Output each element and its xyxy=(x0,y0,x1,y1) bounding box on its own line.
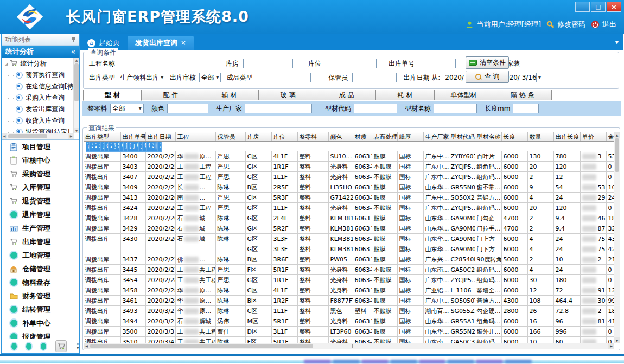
material-tab-6[interactable]: 单体型材 xyxy=(435,90,493,100)
table-row[interactable]: 调拨出库34542020/2/28工共工程严思G区1R1F整料光身料6063-T… xyxy=(84,275,614,285)
table-vertical-scrollbar[interactable]: ▲ ▼ xyxy=(614,132,620,343)
sidebar-item-2[interactable]: 采购管理 xyxy=(2,167,79,181)
material-tab-7[interactable]: 隔 热 条 xyxy=(493,90,552,100)
material-tab-2[interactable]: 辅 材 xyxy=(200,90,259,100)
warehouse-input[interactable] xyxy=(243,59,293,68)
column-header-code[interactable]: 型材代码 xyxy=(449,132,475,142)
zl-select[interactable]: 全部▼ xyxy=(110,104,144,113)
column-header-date[interactable]: 出库日期 xyxy=(145,132,175,142)
table-row[interactable]: 调拨出库34372020/2/27佛…陈琳B区3R6F整料PW056063-T5… xyxy=(84,254,614,265)
keeper-input[interactable] xyxy=(352,73,397,82)
scroll-up-icon[interactable]: ▲ xyxy=(614,132,620,138)
column-header-keeper[interactable]: 保管员 xyxy=(215,132,245,142)
column-header-mat[interactable]: 材质 xyxy=(353,132,372,142)
scroll-down-icon[interactable]: ▼ xyxy=(74,128,79,133)
tree-item-4[interactable]: 收货入库查询 xyxy=(2,115,74,126)
table-row[interactable]: 调拨出库34002020/2/25华原…严思C区4L1F整料SU10…6063-… xyxy=(84,151,614,162)
column-header-amt[interactable]: 金 xyxy=(606,132,614,142)
table-horizontal-scrollbar[interactable]: ◀ ▶ xyxy=(84,343,614,349)
table-row[interactable]: 调拨出库34292020/2/26石城陈琳G区5R2F整料KLM38176063… xyxy=(84,223,614,234)
table-row[interactable]: 调拨出库34942020/3/2石辉城汤伟M区5R1F整料光身料6063-T5贴… xyxy=(84,316,614,327)
material-tab-5[interactable]: 耗 材 xyxy=(376,90,435,100)
out-audit-select[interactable]: 全部▼ xyxy=(199,73,221,82)
table-row[interactable]: 调拨出库34612020/2/28华原…陈琳B区1R2F整料F8877FT606… xyxy=(84,296,614,306)
column-header-wh[interactable]: 库房 xyxy=(245,132,271,142)
material-tab-3[interactable]: 玻 璃 xyxy=(259,90,317,100)
table-row[interactable]: 调拨出库34582020/2/28华原…陈琳C区4L1F整料光身料6063-T5… xyxy=(84,285,614,296)
column-header-qty[interactable]: 数量 xyxy=(527,132,553,142)
table-row[interactable]: G区3L3F整料KLM38176063-T5贴膜国标山东华…GA90M09.门下… xyxy=(84,244,614,254)
material-tab-0[interactable]: 型 材 xyxy=(83,90,142,101)
scroll-left-icon[interactable]: ◀ xyxy=(84,343,90,349)
scroll-right-icon[interactable]: ▶ xyxy=(68,133,74,139)
scroll-right-icon[interactable]: ▶ xyxy=(608,343,614,349)
tree-vertical-scrollbar[interactable]: ▲ ▼ xyxy=(73,58,79,133)
sidebar-item-5[interactable]: 退库管理 xyxy=(2,208,79,221)
column-header-zl[interactable]: 整零料 xyxy=(297,132,328,142)
tree-item-3[interactable]: 发货出库查询 xyxy=(2,104,74,115)
column-header-no[interactable]: 出库单号 xyxy=(120,132,145,142)
logout-button[interactable]: 退出 xyxy=(591,20,616,29)
length-input[interactable] xyxy=(513,104,539,113)
column-header-len[interactable]: 长度 xyxy=(501,132,527,142)
circle-icon[interactable] xyxy=(41,343,46,350)
tree-item-2[interactable]: 采购入库查询 xyxy=(2,92,74,104)
search-button[interactable]: 查 询 xyxy=(466,71,509,83)
table-row[interactable]: 调拨出库34072020/2/25工工程严思G区1L1F整料光身料6063-T5… xyxy=(84,172,614,182)
material-tab-4[interactable]: 成 品 xyxy=(317,90,376,100)
table-row[interactable]: 调拨出库34282020/2/26石城陈琳G区2L4F整料KLM38176063… xyxy=(84,213,614,223)
sidebar-item-12[interactable]: 结转管理 xyxy=(2,303,79,316)
sidebar-item-9[interactable]: 仓储管理 xyxy=(2,262,79,276)
profile-name-input[interactable] xyxy=(434,104,477,113)
sidebar-item-10[interactable]: 物料盘存 xyxy=(2,276,79,289)
column-header-surf[interactable]: 表面处理 xyxy=(372,132,397,142)
circle-icon[interactable] xyxy=(11,343,17,350)
column-header-loc[interactable]: 库位 xyxy=(271,132,297,142)
close-button[interactable]: × xyxy=(607,2,621,12)
maximize-button[interactable]: □ xyxy=(591,2,606,12)
tree-expander-icon[interactable]: ◢ xyxy=(5,62,8,66)
table-row[interactable]: 调拨出库35002020/3/3工共工程曹佳D区3L1F整料LT3P606063… xyxy=(84,327,614,337)
pin-icon[interactable] xyxy=(71,37,76,42)
scrollbar-thumb[interactable] xyxy=(615,138,619,172)
tree-item-0[interactable]: 预算执行查询 xyxy=(2,69,74,81)
tab-overflow-icon[interactable]: ▼ xyxy=(615,40,619,45)
circle-icon[interactable] xyxy=(26,343,31,350)
section-header[interactable]: 统计分析 « xyxy=(2,46,79,58)
location-input[interactable] xyxy=(326,59,377,68)
table-row[interactable]: 调拨出库34092020/2/25长…陈琳B区2R5F整料LI35HO6063-… xyxy=(84,182,614,193)
sidebar-item-0[interactable]: 项目管理 xyxy=(2,140,79,154)
sidebar-item-7[interactable]: 出库管理 xyxy=(2,235,79,248)
scrollbar-thumb[interactable] xyxy=(90,344,313,348)
sidebar-item-4[interactable]: 退货管理 xyxy=(2,194,79,208)
table-row[interactable]: 调拨出库34242020/2/26工工程严思G区1L1F整料光身料6063-T5… xyxy=(84,203,614,213)
mfr-input[interactable] xyxy=(245,104,312,113)
table-row[interactable]: 调拨出库34302020/2/26石城陈琳G区3L3F整料KLM38176063… xyxy=(84,234,614,244)
color-input[interactable] xyxy=(167,104,208,113)
column-header-proj[interactable]: 工程 xyxy=(175,132,215,142)
scroll-left-icon[interactable]: ◀ xyxy=(2,133,7,139)
column-header-mfr[interactable]: 生产厂家 xyxy=(423,132,449,142)
scrollbar-thumb[interactable] xyxy=(74,63,79,101)
tab-close-icon[interactable]: × xyxy=(181,39,186,47)
table-row[interactable]: 调拨出库34452020/2/27工共工程严思F区5R1F整料光身料6063-T… xyxy=(84,265,614,275)
clear-conditions-button[interactable]: 清空条件 xyxy=(466,56,509,69)
profile-code-input[interactable] xyxy=(354,104,397,113)
sidebar-item-3[interactable]: 入库管理 xyxy=(2,181,79,194)
sidebar-item-13[interactable]: 补单中心 xyxy=(2,316,79,330)
table-row[interactable]: 调拨出库34932020/3/2华原…陈琳C区1L1F整料黑色塑料不贴膜国标湖南… xyxy=(84,306,614,316)
overflow-chevron-icon[interactable]: »▾ xyxy=(76,342,79,350)
tab-shipment-query[interactable]: 发货出库查询 × xyxy=(128,36,194,50)
sidebar-item-6[interactable]: 生产管理 xyxy=(2,221,79,235)
tree-horizontal-scrollbar[interactable]: ◀ ▶ xyxy=(2,133,74,139)
order-no-input[interactable] xyxy=(418,59,456,68)
tree-item-1[interactable]: 在途信息查询[待定] xyxy=(2,81,74,92)
sidebar-item-11[interactable]: 财务管理 xyxy=(2,289,79,303)
collapse-icon[interactable]: « xyxy=(71,47,75,56)
material-tab-1[interactable]: 配 件 xyxy=(142,90,200,100)
scroll-up-icon[interactable]: ▲ xyxy=(74,58,79,63)
column-header-film[interactable]: 膜厚 xyxy=(397,132,423,142)
tree-root-item[interactable]: ◢统计分析 xyxy=(2,58,74,69)
sidebar-item-8[interactable]: 工地管理 xyxy=(2,248,79,262)
cart-button[interactable] xyxy=(55,340,67,352)
